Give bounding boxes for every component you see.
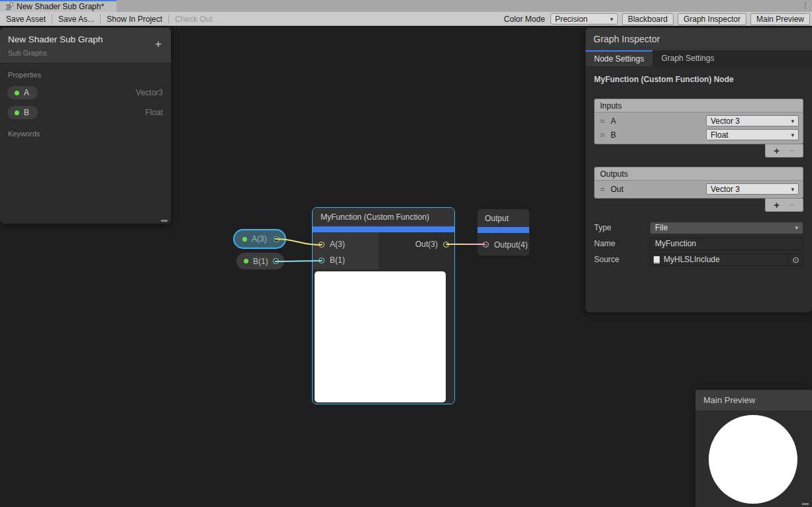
tab-title: New Shader Sub Graph* (17, 2, 104, 11)
blackboard-subtitle: Sub Graphs (8, 49, 163, 57)
node-output-ports: Out(3) (379, 232, 454, 269)
graph-inspector-title[interactable]: Graph Inspector (585, 28, 812, 50)
add-property-button[interactable]: + (155, 38, 162, 50)
preview-sphere (709, 415, 797, 504)
save-asset-button[interactable]: Save Asset (0, 12, 52, 26)
graph-inspector-toggle-button[interactable]: Graph Inspector (678, 13, 746, 25)
node-title[interactable]: MyFunction (Custom Function) (313, 208, 454, 226)
input-port-a[interactable] (319, 242, 325, 248)
property-row-b: B Float (0, 103, 171, 122)
kebab-menu-icon[interactable]: ⋮ (801, 1, 809, 10)
node-precision-bar (478, 227, 529, 233)
blackboard-header[interactable]: New Shader Sub Graph Sub Graphs + (0, 28, 171, 64)
drag-handle-icon[interactable]: = (600, 185, 611, 194)
type-value: File (655, 223, 668, 232)
property-node-a[interactable]: A(3) (233, 229, 286, 249)
file-asset-icon (654, 256, 660, 263)
property-b-output-port[interactable] (273, 258, 279, 264)
save-as-button[interactable]: Save As... (52, 12, 100, 26)
shader-graph-toolbar: Save Asset Save As... Show In Project Ch… (0, 12, 812, 26)
outputs-list-header: Outputs (595, 167, 803, 181)
chevron-down-icon: ▾ (795, 224, 798, 231)
function-name-input[interactable]: MyFunction (650, 238, 803, 250)
tab-graph-settings[interactable]: Graph Settings (652, 50, 723, 66)
output-port-label: Out(3) (415, 240, 438, 249)
output-node-input-port[interactable] (483, 242, 489, 248)
property-pill-a[interactable]: A (7, 85, 38, 100)
node-precision-bar (313, 226, 454, 232)
input-port-label: B(1) (330, 255, 345, 265)
blackboard-resize-handle[interactable] (161, 220, 168, 222)
main-preview-resize-handle[interactable] (802, 503, 809, 505)
input-type-value: Vector 3 (711, 116, 740, 126)
input-row-b[interactable]: = B Float ▾ (595, 128, 803, 142)
input-type-dropdown[interactable]: Vector 3 ▾ (706, 115, 799, 126)
main-preview-title[interactable]: Main Preview (695, 390, 812, 410)
add-output-button[interactable]: + (774, 201, 780, 210)
remove-output-button[interactable]: − (789, 201, 795, 209)
node-input-ports: A(3) B(1) (313, 232, 379, 269)
property-node-label: B(1) (253, 257, 268, 266)
exposed-property-dot (242, 237, 247, 242)
blackboard-toggle-button[interactable]: Blackboard (622, 13, 674, 25)
output-type-dropdown[interactable]: Vector 3 ▾ (706, 183, 799, 195)
graph-inspector-panel: Graph Inspector Node Settings Graph Sett… (585, 28, 812, 312)
custom-function-node[interactable]: MyFunction (Custom Function) A(3) B(1) O… (312, 207, 455, 404)
input-type-value: Float (711, 130, 729, 140)
exposed-property-dot (15, 91, 19, 95)
input-name: B (611, 130, 616, 140)
property-pill-b[interactable]: B (7, 105, 38, 120)
sub-graph-asset-icon (5, 3, 13, 11)
outputs-list-footer: + − (765, 199, 803, 212)
color-mode-value: Precision (555, 15, 587, 24)
color-mode-label: Color Mode (504, 15, 545, 24)
property-type: Vector3 (136, 88, 163, 97)
output-row-out[interactable]: = Out Vector 3 ▾ (595, 182, 803, 196)
remove-input-button[interactable]: − (789, 146, 795, 155)
outputs-list: Outputs = Out Vector 3 ▾ (594, 167, 803, 199)
chevron-down-icon: ▾ (610, 16, 613, 23)
properties-section-label: Properties (0, 64, 171, 83)
input-row-a[interactable]: = A Vector 3 ▾ (595, 114, 803, 128)
property-type: Float (145, 108, 163, 117)
property-node-label: A(3) (252, 234, 267, 244)
object-picker-icon[interactable]: ⊙ (787, 255, 799, 264)
color-mode-dropdown[interactable]: Precision ▾ (550, 13, 618, 24)
inputs-list: Inputs = A Vector 3 ▾ = B Flo (594, 99, 803, 144)
inputs-list-footer: + − (765, 144, 803, 158)
input-type-dropdown[interactable]: Float ▾ (706, 129, 799, 140)
selected-node-title: MyFunction (Custom Function) Node (594, 75, 803, 84)
property-node-b[interactable]: B(1) (236, 252, 285, 270)
show-in-project-button[interactable]: Show In Project (101, 12, 168, 26)
node-title[interactable]: Output (478, 209, 529, 227)
output-port-out[interactable] (443, 242, 449, 248)
type-field-label: Type (594, 223, 650, 232)
input-name: A (611, 116, 616, 126)
property-name: A (24, 88, 29, 97)
inspector-tabs: Node Settings Graph Settings (585, 50, 812, 66)
output-type-value: Vector 3 (711, 185, 740, 194)
drag-handle-icon[interactable]: = (600, 116, 611, 126)
main-preview-panel: Main Preview (695, 390, 812, 507)
output-node-port-label: Output(4) (494, 240, 528, 250)
exposed-property-dot (15, 111, 19, 115)
chevron-down-icon: ▾ (791, 132, 794, 138)
drag-handle-icon[interactable]: = (600, 130, 611, 140)
type-dropdown[interactable]: File ▾ (650, 222, 803, 234)
source-value: MyHLSLInclude (664, 255, 720, 264)
property-a-output-port[interactable] (274, 236, 279, 242)
source-object-field[interactable]: MyHLSLInclude ⊙ (650, 254, 803, 266)
node-preview (315, 271, 446, 402)
property-row-a: A Vector3 (0, 83, 171, 103)
chevron-down-icon: ▾ (791, 186, 794, 193)
blackboard-panel: New Shader Sub Graph Sub Graphs + Proper… (0, 28, 171, 224)
document-tab[interactable]: New Shader Sub Graph* (0, 0, 117, 12)
source-field-label: Source (594, 255, 650, 264)
main-preview-toggle-button[interactable]: Main Preview (750, 13, 810, 25)
output-node[interactable]: Output Output(4) (477, 208, 530, 256)
tab-node-settings[interactable]: Node Settings (585, 50, 652, 66)
property-name: B (24, 108, 29, 117)
add-input-button[interactable]: + (774, 146, 780, 156)
input-port-b[interactable] (319, 257, 325, 263)
window-tab-bar: New Shader Sub Graph* ⋮ (0, 0, 812, 12)
